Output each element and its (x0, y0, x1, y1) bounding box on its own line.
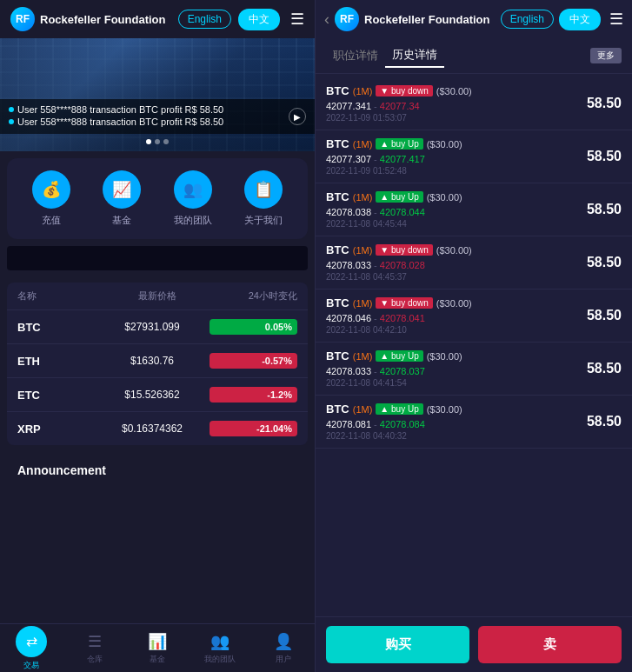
tab-history-detail[interactable]: 历史详情 (385, 43, 444, 68)
price-open: 42078.033 (326, 366, 371, 376)
right-lang-chinese-btn[interactable]: 中文 (559, 9, 601, 30)
history-timeframe: (1M) (353, 139, 373, 150)
col-header-name: 名称 (17, 289, 97, 303)
history-coin: BTC (326, 243, 349, 256)
hero-dots (146, 139, 169, 144)
buy-button[interactable]: 购买 (326, 626, 469, 663)
coin-change: -21.04% (210, 421, 297, 436)
direction-badge: ▼ buy down (376, 297, 432, 309)
history-timeframe: (1M) (353, 404, 373, 415)
coin-price: $1630.76 (95, 355, 210, 367)
history-item[interactable]: BTC (1M) ▲ buy Up ($30.00) 42077.307 - 4… (316, 130, 632, 183)
history-timestamp: 2022-11-08 04:42:10 (326, 325, 578, 335)
history-amount: ($30.00) (436, 86, 472, 96)
history-top: BTC (1M) ▲ buy Up ($30.00) (326, 137, 578, 150)
history-prices: 42078.046 - 42078.041 (326, 313, 578, 323)
price-close: 42077.34 (380, 101, 420, 111)
hero-dot-1 (146, 139, 151, 144)
coin-change: -1.2% (210, 387, 297, 403)
right-lang-english-btn[interactable]: English (501, 10, 554, 29)
lang-chinese-btn[interactable]: 中文 (238, 9, 280, 30)
nav-item-trade[interactable]: ⇄ 交易 (0, 624, 63, 672)
nav-item-position[interactable]: ☰ 仓库 (63, 624, 125, 672)
history-item[interactable]: BTC (1M) ▲ buy Up ($30.00) 42078.038 - 4… (316, 183, 632, 236)
history-timestamp: 2022-11-08 04:45:44 (326, 219, 578, 229)
coin-name: ETH (17, 355, 95, 368)
logo-icon: RF (10, 7, 35, 31)
ticker-arrow-icon[interactable]: ▶ (289, 108, 306, 125)
right-logo-text: Rockefeller Foundation (364, 13, 489, 26)
price-open: 42078.081 (326, 419, 371, 429)
history-item[interactable]: BTC (1M) ▼ buy down ($30.00) 42078.046 -… (316, 289, 632, 343)
price-row[interactable]: ETC $15.526362 -1.2% (7, 377, 308, 411)
history-amount: ($30.00) (427, 192, 462, 203)
history-item[interactable]: BTC (1M) ▼ buy down ($30.00) 42078.033 -… (316, 236, 632, 289)
team-label: 我的团队 (174, 214, 212, 227)
building-bg (0, 38, 315, 151)
action-about[interactable]: 📋 关于我们 (244, 170, 283, 227)
action-team[interactable]: 👥 我的团队 (174, 170, 212, 227)
sell-button[interactable]: 卖 (478, 626, 622, 663)
nav-label-position: 仓库 (87, 654, 103, 665)
history-timeframe: (1M) (353, 245, 373, 256)
history-coin: BTC (326, 296, 349, 309)
price-row[interactable]: ETH $1630.76 -0.57% (7, 343, 308, 377)
history-prices: 42078.081 - 42078.084 (326, 419, 578, 429)
history-item[interactable]: BTC (1M) ▼ buy down ($30.00) 42077.341 -… (316, 77, 632, 130)
nav-item-fund[interactable]: 📊 基金 (126, 624, 189, 672)
back-button[interactable]: ‹ (324, 10, 329, 29)
history-top: BTC (1M) ▲ buy Up ($30.00) (326, 403, 578, 416)
lang-english-btn[interactable]: English (178, 10, 231, 29)
price-table: 名称 最新价格 24小时变化 BTC $27931.099 0.05% ETH … (7, 283, 308, 445)
history-top: BTC (1M) ▼ buy down ($30.00) (326, 84, 578, 97)
history-main: BTC (1M) ▲ buy Up ($30.00) 42077.307 - 4… (326, 137, 578, 176)
price-row[interactable]: XRP $0.16374362 -21.04% (7, 411, 308, 445)
history-prices: 42077.341 - 42077.34 (326, 101, 578, 111)
action-recharge[interactable]: 💰 充值 (32, 170, 70, 227)
price-open: 42078.038 (326, 207, 371, 217)
price-close: 42078.028 (380, 260, 425, 270)
history-top: BTC (1M) ▲ buy Up ($30.00) (326, 190, 578, 203)
nav-item-myteam[interactable]: 👥 我的团队 (189, 624, 251, 672)
history-main: BTC (1M) ▼ buy down ($30.00) 42078.033 -… (326, 243, 578, 282)
history-item[interactable]: BTC (1M) ▲ buy Up ($30.00) 42078.033 - 4… (316, 343, 632, 396)
nav-label-fund: 基金 (150, 654, 165, 665)
right-hamburger-icon[interactable]: ☰ (609, 10, 623, 29)
user-icon: 👤 (274, 632, 293, 651)
trade-active-icon: ⇄ (16, 626, 47, 657)
history-item[interactable]: BTC (1M) ▲ buy Up ($30.00) 42078.081 - 4… (316, 396, 632, 449)
hero-dot-2 (155, 139, 160, 144)
action-fund[interactable]: 📈 基金 (103, 170, 141, 227)
history-amount: ($30.00) (436, 298, 472, 309)
about-label: 关于我们 (244, 214, 283, 227)
more-button[interactable]: 更多 (590, 48, 622, 63)
coin-price: $0.16374362 (95, 422, 210, 435)
nav-item-user[interactable]: 👤 用户 (252, 624, 315, 672)
hamburger-icon[interactable]: ☰ (290, 10, 304, 29)
price-close: 42078.037 (380, 366, 425, 376)
banner-area (7, 246, 308, 270)
left-panel: RF Rockefeller Foundation English 中文 ☰ U… (0, 0, 316, 672)
ticker-dot-2 (9, 119, 14, 124)
price-open: 42077.341 (326, 101, 371, 111)
direction-badge: ▲ buy Up (376, 138, 422, 150)
recharge-icon: 💰 (32, 170, 70, 209)
price-close: 42078.044 (380, 207, 425, 217)
history-prices: 42078.033 - 42078.028 (326, 260, 578, 270)
fund-nav-icon: 📊 (148, 632, 167, 651)
history-amount: ($30.00) (436, 245, 472, 256)
history-profit: 58.50 (578, 149, 622, 164)
col-header-price: 最新价格 (97, 289, 217, 303)
right-logo-icon: RF (335, 7, 359, 31)
history-coin: BTC (326, 403, 349, 416)
history-coin: BTC (326, 137, 349, 150)
coin-price: $15.526362 (95, 389, 210, 401)
tab-position-detail[interactable]: 职位详情 (326, 44, 385, 67)
team-icon: 👥 (174, 170, 212, 209)
history-prices: 42077.307 - 42077.417 (326, 154, 578, 164)
price-table-header: 名称 最新价格 24小时变化 (7, 283, 308, 309)
hero-dot-3 (163, 139, 169, 144)
history-profit: 58.50 (578, 414, 622, 429)
history-timeframe: (1M) (353, 192, 373, 203)
price-row[interactable]: BTC $27931.099 0.05% (7, 309, 308, 343)
